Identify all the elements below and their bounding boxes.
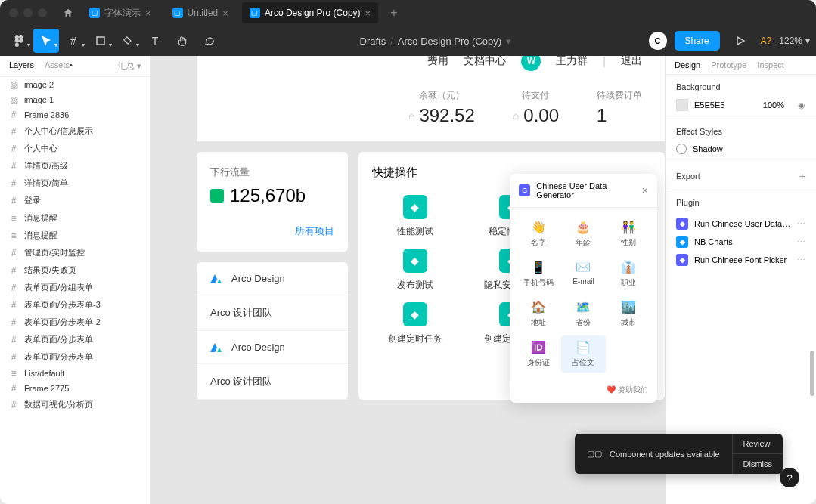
- dismiss-button[interactable]: Dismiss: [733, 454, 783, 474]
- plugin-run-item[interactable]: ◆Run Chinese User Data Gene…⋯: [676, 215, 805, 233]
- opacity-value[interactable]: 100%: [763, 100, 784, 110]
- generator-option[interactable]: 🎂年龄: [561, 215, 607, 252]
- layer-item[interactable]: #管理页/实时监控: [0, 244, 150, 261]
- close-icon[interactable]: ×: [145, 8, 151, 19]
- move-tool[interactable]: ▾: [33, 29, 59, 53]
- layer-item[interactable]: #数据可视化/分析页: [0, 396, 150, 413]
- file-tab[interactable]: ▢ Untitled ×: [165, 2, 236, 23]
- scrollbar[interactable]: [810, 351, 814, 396]
- left-panel: Layers Assets• 汇总 ▾ ▨image 2▨image 1#Fra…: [0, 56, 151, 504]
- plugin-icon: ◆: [676, 236, 688, 248]
- background-title: Background: [676, 82, 805, 91]
- more-icon[interactable]: ⋯: [797, 219, 805, 229]
- add-export-button[interactable]: +: [799, 170, 805, 182]
- plugin-run-item[interactable]: ◆NB Charts⋯: [676, 233, 805, 251]
- layer-item[interactable]: #表单页面/分步表单: [0, 331, 150, 348]
- layer-item[interactable]: #表单页面/分步表单: [0, 348, 150, 366]
- generator-option[interactable]: ✉️E-mail: [561, 255, 607, 292]
- layer-item[interactable]: ≡消息提醒: [0, 227, 150, 244]
- review-button[interactable]: Review: [733, 434, 783, 454]
- layer-item[interactable]: ≡消息提醒: [0, 209, 150, 227]
- layer-type-icon: ▨: [9, 95, 18, 104]
- color-swatch[interactable]: [676, 99, 688, 111]
- home-icon[interactable]: [61, 6, 76, 20]
- layer-item[interactable]: #详情页/简单: [0, 175, 150, 192]
- hand-tool[interactable]: [169, 29, 195, 53]
- generator-option[interactable]: 👫性别: [606, 215, 651, 252]
- pages-dropdown[interactable]: 汇总 ▾: [118, 60, 141, 72]
- generator-option[interactable]: 🗺️省份: [561, 295, 607, 332]
- layer-item[interactable]: ▨image 2: [0, 77, 150, 92]
- close-window[interactable]: [9, 8, 18, 17]
- text-tool[interactable]: T: [142, 29, 168, 53]
- option-icon: 🏙️: [606, 300, 651, 314]
- layer-item[interactable]: #个人中心/信息展示: [0, 122, 150, 140]
- shape-tool[interactable]: ▾: [88, 29, 113, 53]
- assets-tab[interactable]: Assets•: [45, 60, 73, 72]
- layer-type-icon: #: [9, 301, 18, 310]
- layer-item[interactable]: #个人中心: [0, 140, 150, 157]
- comment-tool[interactable]: [197, 29, 222, 53]
- generator-option[interactable]: 👔职业: [606, 255, 651, 292]
- layer-item[interactable]: #结果页/失败页: [0, 261, 150, 279]
- layer-item[interactable]: ▨image 1: [0, 92, 150, 107]
- layer-item[interactable]: #表单页面/分步表单-3: [0, 296, 150, 314]
- layer-item[interactable]: #表单页面/分步表单-2: [0, 314, 150, 331]
- close-icon[interactable]: ×: [642, 184, 648, 196]
- figma-menu[interactable]: ▾: [6, 29, 32, 53]
- eye-icon[interactable]: ◉: [798, 100, 805, 110]
- svg-point-3: [19, 39, 23, 42]
- missing-fonts[interactable]: A?: [761, 36, 772, 46]
- layer-item[interactable]: #Frame 2775: [0, 381, 150, 396]
- option-icon: 👔: [606, 260, 651, 274]
- generator-option[interactable]: 📱手机号码: [516, 255, 561, 292]
- help-button[interactable]: ?: [780, 468, 799, 487]
- layer-item[interactable]: #登录: [0, 192, 150, 209]
- prototype-tab[interactable]: Prototype: [711, 60, 746, 70]
- more-icon[interactable]: ⋯: [797, 255, 805, 265]
- all-projects-link: 所有项目: [210, 224, 334, 238]
- pen-tool[interactable]: ▾: [115, 29, 141, 53]
- present-button[interactable]: [728, 29, 753, 53]
- book-icon: ▢▢: [587, 449, 602, 459]
- layer-type-icon: #: [9, 400, 18, 410]
- breadcrumb[interactable]: Drafts / Arco Design Pro (Copy) ▾: [360, 36, 512, 47]
- inspect-tab[interactable]: Inspect: [757, 60, 783, 70]
- zoom-control[interactable]: 122%▾: [779, 36, 810, 46]
- file-tab-active[interactable]: ▢ Arco Design Pro (Copy) ×: [242, 2, 378, 23]
- layer-label: 消息提醒: [24, 230, 57, 241]
- layer-item[interactable]: ≡List/default: [0, 366, 150, 381]
- design-tab[interactable]: Design: [675, 60, 700, 70]
- close-icon[interactable]: ×: [365, 8, 371, 19]
- chevron-down-icon[interactable]: ▾: [506, 36, 511, 47]
- share-button[interactable]: Share: [675, 31, 720, 51]
- add-tab-button[interactable]: +: [384, 6, 403, 20]
- layer-type-icon: #: [9, 335, 18, 345]
- tab-label: 字体演示: [104, 7, 141, 20]
- layers-tab[interactable]: Layers: [9, 60, 34, 72]
- design-avatar: W: [521, 56, 541, 71]
- layer-type-icon: #: [9, 318, 18, 327]
- generator-option[interactable]: 🏠地址: [516, 295, 561, 332]
- file-icon: ▢: [172, 8, 183, 18]
- file-tab[interactable]: ▢ 字体演示 ×: [82, 2, 159, 23]
- user-avatar[interactable]: C: [649, 32, 667, 50]
- plugin-run-item[interactable]: ◆Run Chinese Font Picker⋯: [676, 251, 805, 269]
- nav-link: 文档中心: [464, 56, 506, 68]
- sponsor-link[interactable]: ❤️ 赞助我们: [510, 380, 657, 403]
- shadow-label[interactable]: Shadow: [693, 144, 723, 153]
- layer-item[interactable]: #Frame 2836: [0, 107, 150, 122]
- color-value[interactable]: E5E5E5: [694, 100, 757, 110]
- frame-tool[interactable]: #▾: [61, 29, 86, 53]
- generator-option[interactable]: 👋名字: [516, 215, 561, 252]
- close-icon[interactable]: ×: [222, 8, 228, 19]
- minimize-window[interactable]: [23, 8, 33, 17]
- window-controls: [9, 8, 47, 17]
- generator-option[interactable]: 🏙️城市: [606, 295, 651, 332]
- generator-option[interactable]: 📄占位文: [561, 335, 607, 373]
- layer-item[interactable]: #表单页面/分组表单: [0, 279, 150, 296]
- more-icon[interactable]: ⋯: [797, 237, 805, 247]
- layer-item[interactable]: #详情页/高级: [0, 157, 150, 175]
- maximize-window[interactable]: [38, 8, 47, 17]
- generator-option[interactable]: 🆔身份证: [516, 335, 561, 373]
